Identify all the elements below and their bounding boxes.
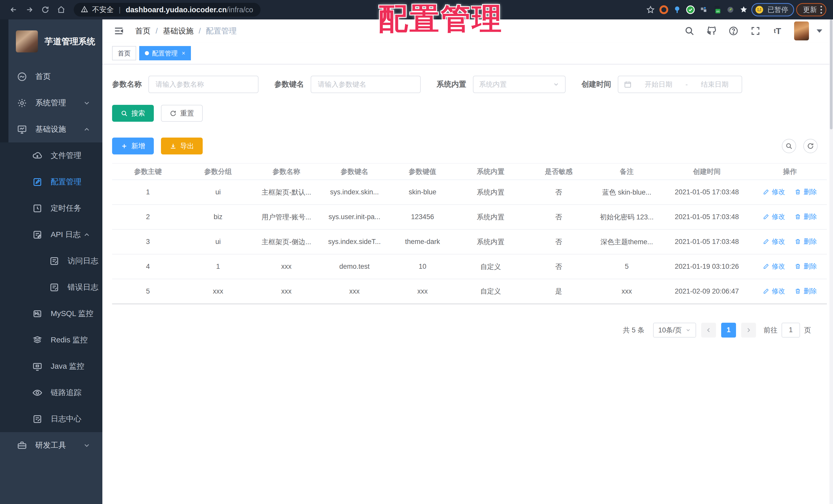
sidebar-item-redis-monitor[interactable]: Redis 监控 xyxy=(0,327,102,353)
next-page-button[interactable] xyxy=(741,323,756,337)
fullscreen-icon[interactable] xyxy=(750,26,761,36)
search-toggle-button[interactable] xyxy=(782,139,796,153)
param-name-input[interactable] xyxy=(148,76,259,93)
browser-home-button[interactable] xyxy=(54,3,68,17)
sidebar-item-infra[interactable]: 基础设施 xyxy=(0,116,102,143)
cell: 否 xyxy=(525,229,593,254)
trash-icon xyxy=(794,189,801,195)
refresh-table-button[interactable] xyxy=(803,139,818,153)
chevron-down-icon xyxy=(83,99,91,107)
sidebar-item-error-log[interactable]: 错误日志 xyxy=(0,274,102,300)
tag-home[interactable]: 首页 xyxy=(112,46,136,60)
extension-white-star-icon[interactable] xyxy=(738,4,749,15)
scrollbar-thumb[interactable] xyxy=(830,20,832,129)
sidebar-item-log-center[interactable]: 日志中心 xyxy=(0,406,102,432)
user-menu-caret-icon[interactable] xyxy=(817,29,822,33)
sidebar-item-trace[interactable]: 链路追踪 xyxy=(0,379,102,406)
extension-leaf-icon[interactable] xyxy=(725,4,736,15)
sidebar-item-java-monitor[interactable]: Java 监控 xyxy=(0,353,102,379)
col-header: 参数键值 xyxy=(388,163,456,180)
edit-link[interactable]: 修改 xyxy=(763,212,785,221)
browser-back-button[interactable] xyxy=(7,3,21,17)
sidebar-collapse-icon[interactable] xyxy=(113,25,124,36)
not-secure-label[interactable]: 不安全 xyxy=(92,5,114,15)
browser-update-button[interactable]: 更新 xyxy=(796,3,826,16)
breadcrumb-infra[interactable]: 基础设施 xyxy=(163,26,193,36)
cell: demo.test xyxy=(320,254,388,279)
edit-link[interactable]: 修改 xyxy=(763,262,785,271)
sidebar-item-label: 错误日志 xyxy=(68,282,98,293)
system-builtin-select[interactable]: 系统内置 xyxy=(473,76,566,93)
sidebar-item-home[interactable]: 首页 xyxy=(0,64,102,90)
browser-toolbar: 不安全 | dashboard.yudao.iocoder.cn/infra/c… xyxy=(0,0,833,20)
page-number-current[interactable]: 1 xyxy=(721,323,736,337)
edit-link[interactable]: 修改 xyxy=(763,237,785,246)
sidebar-item-system[interactable]: 系统管理 xyxy=(0,90,102,116)
param-key-input[interactable] xyxy=(311,76,421,93)
delete-link[interactable]: 删除 xyxy=(794,262,817,271)
sidebar-item-dev-tools[interactable]: 研发工具 xyxy=(0,432,102,458)
browser-forward-button[interactable] xyxy=(23,3,36,17)
user-avatar[interactable] xyxy=(794,22,809,41)
app-logo-row[interactable]: 芋道管理系统 xyxy=(0,20,102,64)
extension-paused-pill[interactable]: 已暂停 xyxy=(752,3,794,16)
cell: theme-dark xyxy=(388,229,456,254)
sidebar-item-access-log[interactable]: 访问日志 xyxy=(0,248,102,274)
extension-puzzle-icon[interactable] xyxy=(698,4,709,15)
sidebar-item-label: 访问日志 xyxy=(68,256,98,266)
delete-link[interactable]: 删除 xyxy=(794,237,817,246)
col-header: 参数主键 xyxy=(112,163,184,180)
cell: 深色主题theme... xyxy=(593,229,661,254)
address-divider: | xyxy=(119,6,121,14)
export-button[interactable]: 导出 xyxy=(161,137,203,154)
search-icon xyxy=(785,143,792,150)
extension-on-badge-icon[interactable]: on xyxy=(711,4,723,15)
tag-config-active[interactable]: 配置管理 × xyxy=(139,46,191,60)
search-icon xyxy=(121,110,128,117)
pagination: 共 5 条 10条/页 1 前往 页 xyxy=(112,323,811,337)
sidebar-item-mysql-monitor[interactable]: MySQL 监控 xyxy=(0,300,102,327)
bookmark-star-icon[interactable] xyxy=(645,4,656,15)
reset-button[interactable]: 重置 xyxy=(161,105,203,122)
table-header-row: 参数主键 参数分组 参数名称 参数键名 参数键值 系统内置 是否敏感 备注 创建… xyxy=(112,163,827,180)
close-tag-icon[interactable]: × xyxy=(182,50,185,57)
page-scrollbar[interactable] xyxy=(829,20,833,504)
select-placeholder: 系统内置 xyxy=(479,80,553,89)
browser-reload-button[interactable] xyxy=(39,3,52,17)
header-search-icon[interactable] xyxy=(684,26,695,36)
cell: 123456 xyxy=(388,205,456,229)
goto-page-input[interactable] xyxy=(782,323,800,337)
prev-page-button[interactable] xyxy=(701,323,716,337)
address-bar[interactable]: 不安全 | dashboard.yudao.iocoder.cn/infra/c… xyxy=(74,3,261,17)
font-size-icon[interactable]: tT xyxy=(772,26,783,36)
extension-orange-icon[interactable] xyxy=(658,4,669,15)
sidebar-item-file-manage[interactable]: 文件管理 xyxy=(0,143,102,169)
url-path: /infra/config xyxy=(227,6,253,14)
log-center-icon xyxy=(32,414,43,424)
search-button[interactable]: 搜索 xyxy=(112,105,154,122)
help-icon[interactable] xyxy=(728,26,739,36)
cell: ui xyxy=(184,180,252,205)
delete-link[interactable]: 删除 xyxy=(794,287,817,296)
pencil-icon xyxy=(763,189,769,195)
add-button[interactable]: 新增 xyxy=(112,137,154,154)
edit-link[interactable]: 修改 xyxy=(763,187,785,196)
sidebar-menu: 首页 系统管理 基础设施 文件管理 xyxy=(0,64,102,458)
page-url[interactable]: dashboard.yudao.iocoder.cn/infra/config xyxy=(126,6,253,14)
breadcrumb-home[interactable]: 首页 xyxy=(135,26,150,36)
cell: xxx xyxy=(184,279,252,304)
extension-pin-icon[interactable] xyxy=(671,4,683,15)
extension-green-check-icon[interactable] xyxy=(685,4,696,15)
browser-menu-icon[interactable] xyxy=(820,6,822,14)
sidebar-item-api-log[interactable]: API 日志 xyxy=(0,222,102,248)
delete-link[interactable]: 删除 xyxy=(794,187,817,196)
sidebar-item-config-manage[interactable]: 配置管理 xyxy=(0,169,102,195)
page-size-select[interactable]: 10条/页 xyxy=(653,323,696,337)
github-icon[interactable] xyxy=(706,26,717,36)
delete-link[interactable]: 删除 xyxy=(794,212,817,221)
date-range-picker[interactable]: 开始日期 - 结束日期 xyxy=(618,76,742,93)
monitor-chart-icon xyxy=(17,124,27,134)
sidebar-item-scheduled-jobs[interactable]: 定时任务 xyxy=(0,195,102,222)
edit-link[interactable]: 修改 xyxy=(763,287,785,296)
cell: 2021-01-19 03:10:26 xyxy=(661,254,753,279)
